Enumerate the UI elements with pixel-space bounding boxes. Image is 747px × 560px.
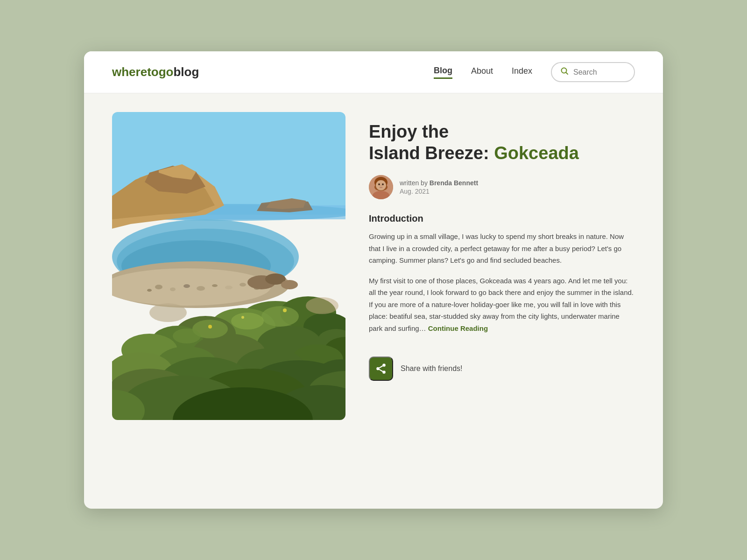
svg-point-22 bbox=[147, 289, 152, 292]
written-by-label: written by Brenda Bennett bbox=[400, 179, 478, 187]
search-box[interactable] bbox=[551, 62, 635, 82]
svg-point-53 bbox=[261, 306, 299, 327]
author-name: Brenda Bennett bbox=[430, 179, 478, 187]
article-paragraph-1: Growing up in a small village, I was luc… bbox=[369, 231, 635, 266]
search-icon bbox=[560, 67, 569, 77]
svg-point-18 bbox=[183, 284, 190, 288]
article-image bbox=[112, 112, 345, 420]
author-info: written by Brenda Bennett Aug. 2021 bbox=[400, 179, 478, 195]
intro-heading: Introduction bbox=[369, 213, 635, 224]
author-row: written by Brenda Bennett Aug. 2021 bbox=[369, 175, 635, 199]
nav-right: Blog About Index bbox=[434, 62, 635, 82]
svg-point-71 bbox=[376, 367, 380, 371]
share-button[interactable] bbox=[369, 357, 393, 381]
svg-point-68 bbox=[381, 185, 382, 186]
svg-point-27 bbox=[281, 280, 298, 289]
svg-point-54 bbox=[231, 313, 264, 329]
svg-point-59 bbox=[283, 308, 287, 312]
svg-line-73 bbox=[379, 370, 382, 371]
header: wheretogoblog Blog About Index bbox=[84, 51, 663, 93]
article-image-container bbox=[112, 112, 345, 420]
svg-point-67 bbox=[382, 183, 384, 185]
logo-text-part1: wheretogo bbox=[112, 65, 173, 79]
nav-links: Blog About Index bbox=[434, 66, 532, 79]
author-avatar bbox=[369, 175, 393, 199]
browser-window: wheretogoblog Blog About Index bbox=[84, 51, 663, 509]
article-title-line2: Island Breeze: bbox=[369, 143, 494, 163]
share-label: Share with friends! bbox=[401, 364, 463, 373]
svg-point-72 bbox=[382, 371, 386, 374]
svg-point-23 bbox=[240, 283, 246, 287]
svg-line-1 bbox=[566, 73, 568, 75]
search-input[interactable] bbox=[573, 68, 626, 77]
svg-point-57 bbox=[149, 303, 187, 322]
article-title: Enjoy the Island Breeze: Gokceada bbox=[369, 121, 635, 164]
article-text: Enjoy the Island Breeze: Gokceada bbox=[369, 112, 635, 490]
svg-point-61 bbox=[208, 325, 212, 329]
article-date: Aug. 2021 bbox=[400, 188, 478, 195]
svg-point-20 bbox=[212, 284, 218, 287]
svg-line-74 bbox=[379, 366, 382, 368]
share-row: Share with friends! bbox=[369, 357, 635, 381]
logo-text-part2: blog bbox=[173, 65, 199, 79]
main-content: Enjoy the Island Breeze: Gokceada bbox=[84, 93, 663, 509]
article-title-highlight: Gokceada bbox=[494, 143, 579, 163]
svg-point-19 bbox=[197, 286, 205, 291]
svg-point-58 bbox=[306, 297, 338, 314]
svg-point-70 bbox=[382, 364, 386, 367]
svg-point-16 bbox=[155, 285, 162, 289]
nav-link-about[interactable]: About bbox=[471, 66, 493, 78]
svg-point-17 bbox=[170, 287, 176, 291]
svg-point-21 bbox=[225, 286, 233, 289]
site-logo: wheretogoblog bbox=[112, 65, 199, 79]
svg-point-56 bbox=[173, 329, 201, 343]
svg-point-60 bbox=[241, 316, 244, 319]
article-title-line1: Enjoy the bbox=[369, 122, 449, 141]
share-icon bbox=[375, 363, 387, 375]
svg-point-66 bbox=[378, 183, 380, 185]
article-paragraph-2: My first visit to one of those places, G… bbox=[369, 275, 635, 335]
nav-link-index[interactable]: Index bbox=[512, 66, 532, 78]
continue-reading-link[interactable]: Continue Reading bbox=[428, 324, 488, 332]
nav-link-blog[interactable]: Blog bbox=[434, 66, 452, 79]
